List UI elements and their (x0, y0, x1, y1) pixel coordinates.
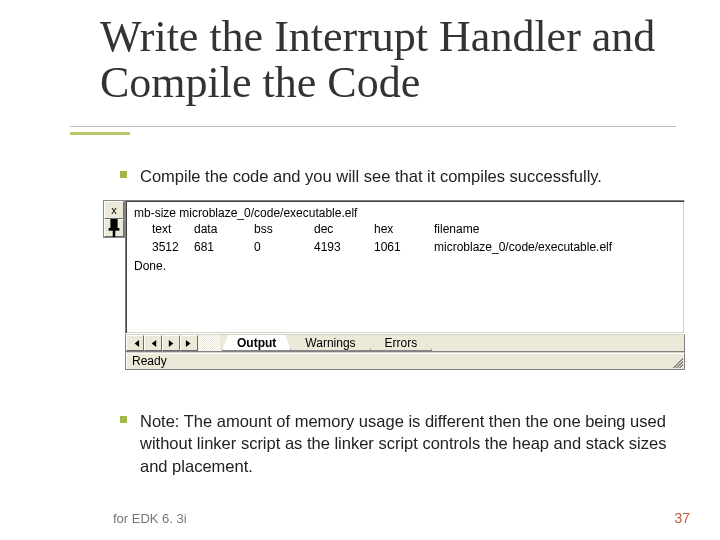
chevron-right-icon (167, 339, 176, 348)
last-icon (185, 339, 194, 348)
status-bar: Ready (125, 352, 685, 370)
status-text: Ready (132, 354, 167, 368)
pane-sidebar: x (103, 200, 125, 238)
col-hex-header: hex (374, 221, 434, 239)
horizontal-rule (70, 126, 676, 127)
svg-rect-0 (110, 219, 117, 228)
console-command-line: mb-size microblaze_0/code/executable.elf (134, 205, 676, 221)
bullet-icon (120, 171, 127, 178)
bullet-icon (120, 416, 127, 423)
bullet-1: Compile the code and you will see that i… (120, 165, 690, 187)
footer-text: for EDK 6. 3i (113, 511, 187, 526)
pin-icon (105, 219, 123, 237)
first-icon (131, 339, 140, 348)
tab-output[interactable]: Output (222, 335, 291, 351)
pin-button[interactable] (104, 219, 124, 237)
console-done-line: Done. (134, 258, 676, 274)
size-table-header-row: text data bss dec hex filename (134, 221, 676, 239)
col-bss-header: bss (254, 221, 314, 239)
svg-rect-2 (113, 230, 116, 237)
col-dec-header: dec (314, 221, 374, 239)
bullet-2-text: Note: The amount of memory usage is diff… (140, 412, 666, 475)
scroll-last-button[interactable] (180, 335, 198, 351)
close-button[interactable]: x (104, 201, 124, 219)
resize-grip-icon[interactable] (670, 355, 683, 368)
col-data-value: 681 (194, 239, 254, 257)
tab-errors[interactable]: Errors (370, 335, 433, 351)
col-data-header: data (194, 221, 254, 239)
size-table-value-row: 3512 681 0 4193 1061 microblaze_0/code/e… (134, 239, 676, 257)
chevron-left-icon (149, 339, 158, 348)
rule-accent (70, 132, 130, 135)
slide-title: Write the Interrupt Handler and Compile … (100, 14, 720, 106)
col-filename-header: filename (434, 221, 676, 239)
size-table: text data bss dec hex filename 3512 681 … (134, 221, 676, 257)
col-text-value: 3512 (134, 239, 194, 257)
console-tabs: Output Warnings Errors (222, 335, 684, 351)
scroll-first-button[interactable] (126, 335, 144, 351)
scroll-track-left[interactable] (198, 335, 220, 351)
bullet-1-text: Compile the code and you will see that i… (140, 167, 602, 185)
scroll-next-button[interactable] (162, 335, 180, 351)
page-number: 37 (674, 510, 690, 526)
col-text-header: text (134, 221, 194, 239)
col-hex-value: 1061 (374, 239, 434, 257)
scroll-prev-button[interactable] (144, 335, 162, 351)
tab-warnings[interactable]: Warnings (290, 335, 370, 351)
col-dec-value: 4193 (314, 239, 374, 257)
col-bss-value: 0 (254, 239, 314, 257)
col-filename-value: microblaze_0/code/executable.elf (434, 239, 676, 257)
bullet-2: Note: The amount of memory usage is diff… (120, 410, 690, 477)
output-pane: mb-size microblaze_0/code/executable.elf… (125, 200, 685, 334)
tab-and-scroll-bar: Output Warnings Errors (125, 334, 685, 352)
